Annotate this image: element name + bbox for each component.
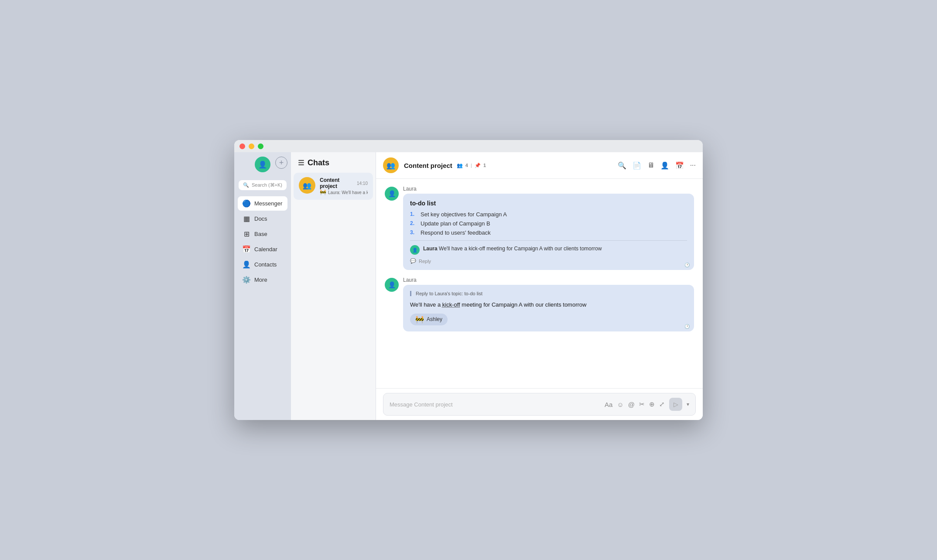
chat-info: Content project 14:10 🚧 Laura: We'll hav… <box>320 177 368 195</box>
input-placeholder[interactable]: Message Content project <box>390 401 453 408</box>
reply-avatar: 👤 <box>410 245 420 255</box>
todo-item-2: 2. Update plan of Campaign B <box>410 220 687 227</box>
msg-sender-2: Laura <box>403 277 694 283</box>
reply-label: Reply <box>419 259 431 264</box>
chat-avatar: 👥 <box>299 177 315 194</box>
sender-avatar-1: 👤 <box>385 187 399 201</box>
chat-time: 14:10 <box>357 181 368 186</box>
reaction-container: 🚧 Ashley <box>410 314 687 325</box>
send-dropdown[interactable]: ▾ <box>687 401 689 407</box>
msg-bubble-2: Reply to Laura's topic: to-do list We'll… <box>403 285 694 331</box>
send-button[interactable]: ▷ <box>669 398 682 411</box>
font-icon[interactable]: Aa <box>605 401 612 408</box>
sender-avatar-2: 👤 <box>385 278 399 292</box>
reply-text: Laura We'll have a kick-off meeting for … <box>423 245 602 253</box>
scissors-icon[interactable]: ✂ <box>639 400 645 408</box>
doc-header-icon[interactable]: 📄 <box>633 161 641 170</box>
search-label: Search (⌘+K) <box>252 182 282 188</box>
chat-list-icon: ☰ <box>298 159 304 167</box>
preview-text: Laura: We'll have a ki... <box>328 190 368 195</box>
sidebar-item-label: Calendar <box>254 246 277 253</box>
messages-area: 👤 Laura to-do list 1. Set key objectives… <box>376 179 703 388</box>
sidebar-item-label: Docs <box>254 215 267 222</box>
more-header-icon[interactable]: ··· <box>690 161 696 169</box>
avatar-icon-2: 👤 <box>388 281 396 288</box>
sidebar-item-label: Messenger <box>254 200 282 207</box>
reaction-tag[interactable]: 🚧 Ashley <box>410 314 448 325</box>
msg-content-1: Laura to-do list 1. Set key objectives f… <box>403 186 694 270</box>
reply-avatar-icon: 👤 <box>412 248 417 253</box>
expand-icon[interactable]: ⤢ <box>659 400 665 408</box>
todo-title: to-do list <box>410 200 687 207</box>
emoji-icon[interactable]: ☺ <box>617 401 623 408</box>
todo-item-3: 3. Respond to users' feedback <box>410 229 687 236</box>
sidebar-item-label: Contacts <box>254 261 277 268</box>
send-icon: ▷ <box>674 401 678 408</box>
calendar-header-icon[interactable]: 📅 <box>675 161 684 170</box>
chat-header-avatar: 👥 <box>383 157 399 173</box>
members-icon: 👥 <box>457 163 463 168</box>
reply-quote: Reply to Laura's topic: to-do list <box>410 291 687 296</box>
chat-item-content-project[interactable]: 👥 Content project 14:10 🚧 Laura: We'll h… <box>294 173 373 200</box>
close-button[interactable] <box>239 143 245 149</box>
preview-emoji: 🚧 <box>320 189 326 195</box>
sidebar-item-messenger[interactable]: 🔵 Messenger <box>238 196 287 211</box>
sidebar-item-label: More <box>254 277 267 283</box>
search-container: 🔍 Search (⌘+K) <box>234 180 291 190</box>
chat-header-actions: 🔍 📄 🖥 👤 📅 ··· <box>618 161 696 170</box>
main-chat: 👥 Content project 👥 4 | 📌 1 🔍 <box>376 152 703 420</box>
chat-header: 👥 Content project 👥 4 | 📌 1 🔍 <box>376 152 703 179</box>
msg-timestamp-2: 🕐 <box>684 324 690 329</box>
more-icon: ⚙️ <box>242 276 251 284</box>
sidebar-item-label: Base <box>254 231 267 237</box>
reply-icon: 💬 <box>410 258 416 264</box>
msg-content-2: Laura Reply to Laura's topic: to-do list… <box>403 277 694 331</box>
message-divider <box>410 240 687 241</box>
todo-text-2: Update plan of Campaign B <box>421 220 490 227</box>
contacts-icon: 👤 <box>242 260 251 269</box>
reply-body: We'll have a kick-off meeting for Campai… <box>439 246 602 252</box>
chat-list-title: Chats <box>308 158 329 167</box>
sidebar-item-calendar[interactable]: 📅 Calendar <box>238 242 287 256</box>
screen-header-icon[interactable]: 🖥 <box>647 161 654 169</box>
user-avatar[interactable]: 👤 <box>255 157 270 172</box>
message-group-2: 👤 Laura Reply to Laura's topic: to-do li… <box>385 277 694 331</box>
msg-bubble-1: to-do list 1. Set key objectives for Cam… <box>403 194 694 270</box>
message-group-1: 👤 Laura to-do list 1. Set key objectives… <box>385 186 694 270</box>
add-button[interactable]: + <box>275 157 287 169</box>
chat-header-info: Content project 👥 4 | 📌 1 <box>404 162 612 169</box>
input-actions: Aa ☺ @ ✂ ⊕ ⤢ ▷ ▾ <box>605 398 689 411</box>
reaction-name: Ashley <box>427 316 442 322</box>
reply-action[interactable]: 💬 Reply <box>410 258 687 264</box>
reaction-emoji: 🚧 <box>415 315 424 324</box>
todo-text-3: Respond to users' feedback <box>421 229 491 236</box>
search-bar[interactable]: 🔍 Search (⌘+K) <box>239 180 287 190</box>
minimize-button[interactable] <box>249 143 254 149</box>
chat-name: Content project <box>320 177 357 189</box>
search-header-icon[interactable]: 🔍 <box>618 161 626 170</box>
chat-input-area: Message Content project Aa ☺ @ ✂ ⊕ ⤢ ▷ ▾ <box>376 388 703 420</box>
sidebar-item-docs[interactable]: ▦ Docs <box>238 212 287 226</box>
sidebar: 👤 + 🔍 Search (⌘+K) 🔵 Messenger ▦ Docs <box>234 152 291 420</box>
docs-icon: ▦ <box>242 215 251 223</box>
todo-list: 1. Set key objectives for Campaign A 2. … <box>410 211 687 236</box>
kick-off-text: kick-off <box>442 301 460 308</box>
add-member-icon[interactable]: 👤 <box>660 161 669 170</box>
add-icon[interactable]: ⊕ <box>649 400 655 408</box>
user-icon: 👤 <box>258 160 267 169</box>
message-input-container: Message Content project Aa ☺ @ ✂ ⊕ ⤢ ▷ ▾ <box>383 393 696 416</box>
todo-text-1: Set key objectives for Campaign A <box>421 211 507 218</box>
nav-items: 🔵 Messenger ▦ Docs ⊞ Base 📅 Calendar 👤 <box>234 196 291 287</box>
sidebar-item-more[interactable]: ⚙️ More <box>238 273 287 287</box>
maximize-button[interactable] <box>258 143 263 149</box>
sidebar-item-contacts[interactable]: 👤 Contacts <box>238 257 287 272</box>
msg-sender-1: Laura <box>403 186 694 192</box>
search-icon: 🔍 <box>243 182 249 188</box>
chat-items: 👥 Content project 14:10 🚧 Laura: We'll h… <box>291 172 376 420</box>
chat-meta: 👥 4 | 📌 1 <box>457 163 486 168</box>
msg-timestamp-1: 🕐 <box>684 263 690 267</box>
sidebar-item-base[interactable]: ⊞ Base <box>238 227 287 241</box>
members-count: 4 <box>465 163 468 168</box>
mention-icon[interactable]: @ <box>628 401 635 408</box>
chat-list-panel: ☰ Chats 👥 Content project 14:10 🚧 Laura:… <box>291 152 376 420</box>
